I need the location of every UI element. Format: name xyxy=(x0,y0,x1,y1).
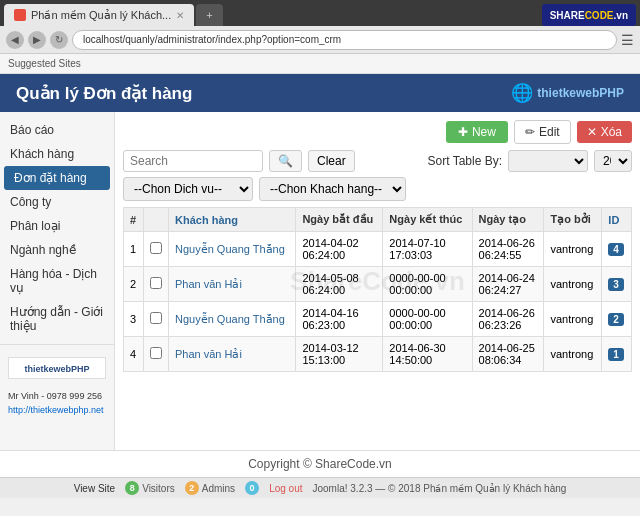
cell-customer[interactable]: Phan văn Hải xyxy=(169,267,296,302)
cell-customer[interactable]: Nguyễn Quang Thắng xyxy=(169,232,296,267)
row-checkbox[interactable] xyxy=(150,312,162,324)
browser-tab-new[interactable]: + xyxy=(196,4,222,26)
browser-menu-icon[interactable]: ☰ xyxy=(621,32,634,48)
customer-link[interactable]: Nguyễn Quang Thắng xyxy=(175,243,285,255)
cell-check[interactable] xyxy=(144,232,169,267)
footer: Copyright © ShareCode.vn xyxy=(0,450,640,477)
table-row: 4 Phan văn Hải 2014-03-1215:13:00 2014-0… xyxy=(124,337,632,372)
row-checkbox[interactable] xyxy=(150,277,162,289)
sidebar-label-bao-cao: Báo cáo xyxy=(10,123,54,137)
edit-button[interactable]: ✏ Edit xyxy=(514,120,571,144)
sidebar-label-huong-dan: Hướng dẫn - Giới thiệu xyxy=(10,305,103,333)
sidebar-item-bao-cao[interactable]: Báo cáo xyxy=(0,118,114,142)
col-created-by: Tạo bởi xyxy=(544,208,602,232)
filter-row-2: --Chon Dich vu-- --Chon Khach hang-- xyxy=(123,177,632,201)
new-button[interactable]: ✚ New xyxy=(446,121,508,143)
sidebar-label-hang-hoa: Hàng hóa - Dịch vụ xyxy=(10,267,97,295)
sidebar-profile: thietkewebPHP xyxy=(0,351,114,389)
cell-num: 3 xyxy=(124,302,144,337)
cell-start-date: 2014-04-0206:24:00 xyxy=(296,232,383,267)
header-logo: 🌐 thietkewebPHP xyxy=(511,82,624,104)
khach-hang-select[interactable]: --Chon Khach hang-- xyxy=(259,177,406,201)
cell-end-date: 2014-06-3014:50:00 xyxy=(383,337,472,372)
cell-start-date: 2014-04-1606:23:00 xyxy=(296,302,383,337)
cell-created-date: 2014-06-2606:23:26 xyxy=(472,302,544,337)
sidebar-item-phan-loai[interactable]: Phân loại xyxy=(0,214,114,238)
clear-button[interactable]: Clear xyxy=(308,150,355,172)
cell-created-date: 2014-06-2606:24:55 xyxy=(472,232,544,267)
sidebar-item-khach-hang[interactable]: Khách hàng xyxy=(0,142,114,166)
tab-favicon xyxy=(14,9,26,21)
admins-label: Admins xyxy=(202,483,235,494)
visitors-icon: 8 xyxy=(125,481,139,495)
delete-button[interactable]: ✕ Xóa xyxy=(577,121,632,143)
search-button[interactable]: 🔍 xyxy=(269,150,302,172)
sidebar: Báo cáo Khách hàng Đơn đặt hàng Công ty … xyxy=(0,112,115,450)
cell-id: 4 xyxy=(602,232,632,267)
nav-reload-icon[interactable]: ↻ xyxy=(50,31,68,49)
sidebar-label-cong-ty: Công ty xyxy=(10,195,51,209)
admins-badge: 2 Admins xyxy=(185,481,235,495)
toolbar: ✚ New ✏ Edit ✕ Xóa xyxy=(123,120,632,144)
cell-start-date: 2014-05-0806:24:00 xyxy=(296,267,383,302)
sidebar-label-nganh-nghe: Ngành nghề xyxy=(10,243,76,257)
sidebar-item-hang-hoa[interactable]: Hàng hóa - Dịch vụ xyxy=(0,262,114,300)
cell-created-by: vantrong xyxy=(544,267,602,302)
cell-created-by: vantrong xyxy=(544,232,602,267)
cell-customer[interactable]: Phan văn Hải xyxy=(169,337,296,372)
sidebar-item-cong-ty[interactable]: Công ty xyxy=(0,190,114,214)
cell-id: 3 xyxy=(602,267,632,302)
search-input[interactable] xyxy=(123,150,263,172)
sidebar-link[interactable]: http://thietkewebphp.net xyxy=(0,403,114,417)
row-checkbox[interactable] xyxy=(150,242,162,254)
nav-back-icon[interactable]: ◀ xyxy=(6,31,24,49)
cell-check[interactable] xyxy=(144,302,169,337)
cell-check[interactable] xyxy=(144,267,169,302)
cell-check[interactable] xyxy=(144,337,169,372)
sidebar-item-huong-dan[interactable]: Hướng dẫn - Giới thiệu xyxy=(0,300,114,338)
sidebar-label-phan-loai: Phân loại xyxy=(10,219,60,233)
messages-badge: 0 xyxy=(245,481,259,495)
new-icon: ✚ xyxy=(458,125,468,139)
cell-start-date: 2014-03-1215:13:00 xyxy=(296,337,383,372)
cell-created-date: 2014-06-2406:24:27 xyxy=(472,267,544,302)
col-created-date: Ngày tạo xyxy=(472,208,544,232)
tab-close-icon[interactable]: ✕ xyxy=(176,10,184,21)
nav-forward-icon[interactable]: ▶ xyxy=(28,31,46,49)
sidebar-item-nganh-nghe[interactable]: Ngành nghề xyxy=(0,238,114,262)
customer-link[interactable]: Phan văn Hải xyxy=(175,348,242,360)
tab-label: Phần mềm Quản lý Khách... xyxy=(31,9,171,22)
cell-num: 1 xyxy=(124,232,144,267)
messages-icon: 0 xyxy=(245,481,259,495)
cell-id: 1 xyxy=(602,337,632,372)
sharecode-logo-browser: SHARECODE.vn xyxy=(542,4,636,26)
sidebar-logo-text: thietkewebPHP xyxy=(24,364,89,374)
cell-end-date: 0000-00-0000:00:00 xyxy=(383,302,472,337)
browser-nav-bar: ◀ ▶ ↻ localhost/quanly/administrator/ind… xyxy=(0,26,640,54)
sidebar-contact-name: Mr Vinh - 0978 999 256 xyxy=(8,391,102,401)
edit-label: Edit xyxy=(539,125,560,139)
customer-link[interactable]: Phan văn Hải xyxy=(175,278,242,290)
cell-num: 4 xyxy=(124,337,144,372)
edit-icon: ✏ xyxy=(525,125,535,139)
per-page-select[interactable]: 20 xyxy=(594,150,632,172)
table-row: 2 Phan văn Hải 2014-05-0806:24:00 0000-0… xyxy=(124,267,632,302)
sort-select[interactable] xyxy=(508,150,588,172)
sidebar-link-text: http://thietkewebphp.net xyxy=(8,405,104,415)
dich-vu-select[interactable]: --Chon Dich vu-- xyxy=(123,177,253,201)
customer-link[interactable]: Nguyễn Quang Thắng xyxy=(175,313,285,325)
joomla-version: Joomla! 3.2.3 — © 2018 Phần mềm Quản lý … xyxy=(313,483,567,494)
logout-link[interactable]: Log out xyxy=(269,483,302,494)
col-customer[interactable]: Khách hàng xyxy=(169,208,296,232)
browser-tab-active[interactable]: Phần mềm Quản lý Khách... ✕ xyxy=(4,4,194,26)
browser-tabs-bar: Phần mềm Quản lý Khách... ✕ + SHARECODE.… xyxy=(0,0,640,26)
cell-end-date: 0000-00-0000:00:00 xyxy=(383,267,472,302)
sidebar-item-don-dat-hang[interactable]: Đơn đặt hàng xyxy=(4,166,110,190)
body-area: Báo cáo Khách hàng Đơn đặt hàng Công ty … xyxy=(0,112,640,450)
sharecode-logo-text: SHARECODE.vn xyxy=(550,10,628,21)
cell-created-by: vantrong xyxy=(544,302,602,337)
cell-customer[interactable]: Nguyễn Quang Thắng xyxy=(169,302,296,337)
view-site-link[interactable]: View Site xyxy=(74,483,116,494)
row-checkbox[interactable] xyxy=(150,347,162,359)
address-bar[interactable]: localhost/quanly/administrator/index.php… xyxy=(72,30,617,50)
